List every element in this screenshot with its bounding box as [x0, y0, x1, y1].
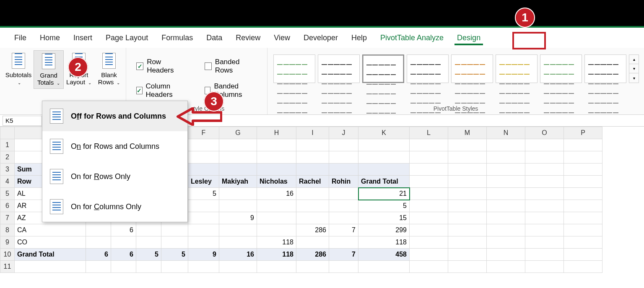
cell[interactable]: CO — [15, 236, 86, 249]
cell[interactable]: 6 — [111, 224, 136, 236]
column-header[interactable]: J — [329, 127, 358, 139]
column-headers-checkbox[interactable]: ✓ Column Headers — [136, 82, 188, 99]
cell[interactable]: 5 — [358, 200, 410, 212]
cell[interactable] — [564, 188, 602, 200]
grand-totals-option[interactable]: On for Rows Only — [42, 161, 187, 192]
cell[interactable] — [564, 139, 602, 151]
cell[interactable] — [219, 163, 257, 176]
cell[interactable] — [410, 261, 448, 273]
cell[interactable] — [410, 139, 448, 151]
cell[interactable] — [448, 151, 487, 163]
cell[interactable] — [188, 224, 219, 236]
tab-data[interactable]: Data — [200, 28, 229, 48]
cell[interactable] — [329, 261, 358, 273]
style-swatch[interactable] — [273, 54, 315, 83]
gallery-scroll[interactable]: ▴ ▾ ▾ — [629, 54, 639, 83]
cell[interactable] — [525, 139, 564, 151]
cell[interactable] — [219, 139, 257, 151]
cell[interactable] — [219, 151, 257, 163]
cell[interactable] — [358, 151, 410, 163]
cell[interactable] — [358, 261, 410, 273]
cell[interactable] — [329, 236, 358, 249]
cell[interactable]: 286 — [296, 224, 329, 236]
row-header[interactable]: 10 — [0, 249, 15, 261]
cell[interactable] — [219, 188, 257, 200]
cell[interactable] — [525, 212, 564, 224]
cell[interactable] — [525, 261, 564, 273]
cell[interactable] — [188, 200, 219, 212]
cell[interactable] — [257, 139, 296, 151]
cell[interactable]: Rohin — [329, 176, 358, 188]
pivottable-styles-gallery[interactable]: ▴ ▾ ▾ — [269, 50, 642, 83]
cell[interactable] — [296, 188, 329, 200]
cell[interactable] — [487, 249, 525, 261]
cell[interactable] — [564, 212, 602, 224]
cell[interactable]: Grand Total — [358, 176, 410, 188]
cell[interactable]: 458 — [358, 249, 410, 261]
cell[interactable] — [329, 163, 358, 176]
column-header[interactable]: O — [525, 127, 564, 139]
cell[interactable]: 15 — [358, 212, 410, 224]
cell[interactable] — [525, 224, 564, 236]
cell[interactable] — [358, 163, 410, 176]
style-swatch[interactable] — [362, 54, 404, 83]
cell[interactable] — [525, 151, 564, 163]
tab-formulas[interactable]: Formulas — [155, 28, 200, 48]
cell[interactable]: 6 — [86, 249, 111, 261]
name-box[interactable] — [3, 116, 42, 126]
cell[interactable] — [525, 163, 564, 176]
cell[interactable]: CA — [15, 224, 86, 236]
cell[interactable] — [410, 200, 448, 212]
cell[interactable] — [487, 139, 525, 151]
cell[interactable] — [296, 163, 329, 176]
tab-page-layout[interactable]: Page Layout — [99, 28, 155, 48]
banded-rows-checkbox[interactable]: Banded Rows — [205, 58, 257, 75]
tab-home[interactable]: Home — [33, 28, 67, 48]
subtotals-button[interactable]: Subtotals⌄ — [3, 50, 34, 89]
cell[interactable]: 286 — [296, 249, 329, 261]
cell[interactable] — [487, 224, 525, 236]
cell[interactable] — [257, 151, 296, 163]
cell[interactable] — [358, 139, 410, 151]
cell[interactable] — [136, 261, 161, 273]
column-header[interactable]: P — [564, 127, 602, 139]
cell[interactable] — [410, 176, 448, 188]
tab-design[interactable]: Design — [450, 28, 487, 48]
row-header[interactable]: 11 — [0, 261, 15, 273]
cell[interactable] — [86, 224, 111, 236]
cell[interactable] — [15, 261, 86, 273]
cell[interactable] — [329, 200, 358, 212]
cell[interactable]: 5 — [188, 188, 219, 200]
cell[interactable] — [410, 236, 448, 249]
gallery-up-icon[interactable]: ▴ — [629, 55, 639, 64]
cell[interactable] — [487, 236, 525, 249]
cell[interactable] — [487, 188, 525, 200]
row-header[interactable]: 1 — [0, 139, 15, 151]
cell[interactable] — [219, 200, 257, 212]
cell[interactable]: 5 — [161, 249, 188, 261]
row-header[interactable]: 5 — [0, 188, 15, 200]
cell[interactable] — [448, 249, 487, 261]
cell[interactable] — [257, 212, 296, 224]
cell[interactable] — [410, 224, 448, 236]
column-header[interactable]: K — [358, 127, 410, 139]
row-header[interactable]: 3 — [0, 163, 15, 176]
cell[interactable] — [448, 261, 487, 273]
row-header[interactable]: 6 — [0, 200, 15, 212]
cell[interactable] — [410, 151, 448, 163]
cell[interactable] — [219, 261, 257, 273]
cell[interactable] — [448, 139, 487, 151]
style-swatch[interactable] — [584, 54, 626, 83]
cell[interactable] — [448, 212, 487, 224]
cell[interactable] — [410, 188, 448, 200]
cell[interactable] — [448, 163, 487, 176]
cell[interactable] — [86, 236, 111, 249]
cell[interactable]: 118 — [257, 249, 296, 261]
cell[interactable]: Makiyah — [219, 176, 257, 188]
cell[interactable] — [296, 212, 329, 224]
grand-totals-option[interactable]: On for Columns Only — [42, 192, 187, 222]
tab-review[interactable]: Review — [229, 28, 267, 48]
cell[interactable] — [448, 200, 487, 212]
cell[interactable] — [448, 236, 487, 249]
column-header[interactable]: H — [257, 127, 296, 139]
